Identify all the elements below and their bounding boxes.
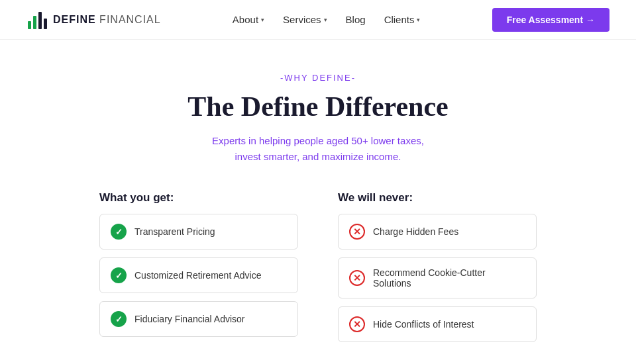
svg-rect-3: [44, 19, 47, 29]
nav-clients[interactable]: Clients ▾: [384, 14, 421, 25]
why-label: -WHY DEFINE-: [26, 73, 610, 83]
feature-text-3: Fiduciary Financial Advisor: [134, 314, 245, 324]
navbar: DEFINE FINANCIAL About ▾ Services ▾ Blog…: [0, 0, 636, 40]
nav-services[interactable]: Services ▾: [283, 14, 327, 25]
main-title: The Define Difference: [26, 91, 610, 122]
main-content: -WHY DEFINE- The Define Difference Exper…: [0, 40, 636, 364]
nav-blog[interactable]: Blog: [346, 14, 366, 25]
check-icon-2: [111, 267, 127, 283]
feature-no-hidden-fees: ✕ Charge Hidden Fees: [338, 214, 537, 250]
clients-arrow-icon: ▾: [417, 17, 420, 23]
nav-about[interactable]: About ▾: [233, 14, 264, 25]
free-assessment-button[interactable]: Free Assessment →: [492, 8, 610, 32]
x-icon-3: ✕: [349, 316, 365, 332]
logo-text: DEFINE FINANCIAL: [53, 14, 161, 26]
feature-fiduciary: Fiduciary Financial Advisor: [99, 301, 298, 337]
feature-no-conflicts: ✕ Hide Conflicts of Interest: [338, 306, 537, 342]
svg-rect-1: [33, 16, 36, 29]
left-features-col: What you get: Transparent Pricing Custom…: [99, 191, 298, 342]
x-icon-1: ✕: [349, 224, 365, 240]
check-icon-3: [111, 311, 127, 327]
never-text-3: Hide Conflicts of Interest: [373, 319, 474, 330]
left-col-title: What you get:: [99, 191, 298, 205]
subtitle: Experts in helping people aged 50+ lower…: [26, 133, 610, 165]
never-text-1: Charge Hidden Fees: [373, 226, 458, 237]
nav-links: About ▾ Services ▾ Blog Clients ▾: [233, 14, 421, 25]
feature-transparent-pricing: Transparent Pricing: [99, 214, 298, 250]
right-col-title: We will never:: [338, 191, 537, 205]
feature-text-1: Transparent Pricing: [134, 226, 215, 237]
x-icon-2: ✕: [349, 270, 365, 286]
services-arrow-icon: ▾: [324, 17, 327, 23]
logo[interactable]: DEFINE FINANCIAL: [26, 9, 161, 30]
feature-text-2: Customized Retirement Advice: [134, 270, 261, 281]
feature-no-cookie-cutter: ✕ Recommend Cookie-Cutter Solutions: [338, 257, 537, 298]
right-features-col: We will never: ✕ Charge Hidden Fees ✕ Re…: [338, 191, 537, 342]
feature-retirement-advice: Customized Retirement Advice: [99, 257, 298, 293]
about-arrow-icon: ▾: [261, 17, 264, 23]
check-icon-1: [111, 224, 127, 240]
svg-rect-2: [38, 12, 42, 29]
logo-icon: [26, 9, 48, 30]
features-section: What you get: Transparent Pricing Custom…: [26, 191, 610, 342]
svg-rect-0: [28, 21, 31, 29]
never-text-2: Recommend Cookie-Cutter Solutions: [373, 267, 525, 289]
